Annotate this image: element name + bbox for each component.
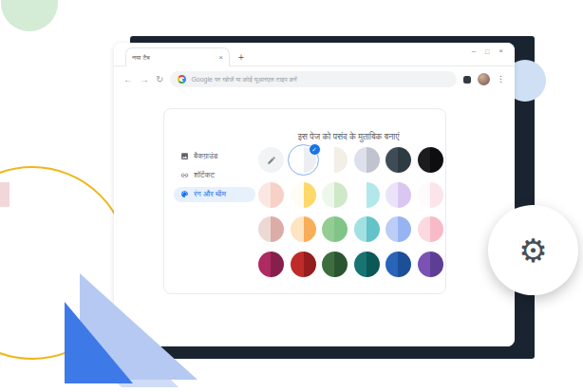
theme-swatch[interactable] xyxy=(418,216,443,242)
theme-swatch[interactable] xyxy=(386,147,411,173)
customize-panel: इस पेज को पसंद के मुताबिक बनाएं बैकग्राउ… xyxy=(163,108,446,294)
theme-swatch[interactable] xyxy=(322,182,348,208)
theme-swatch[interactable] xyxy=(258,252,284,277)
tab-title: नया टैब xyxy=(132,54,215,62)
theme-swatch[interactable] xyxy=(322,216,348,242)
theme-swatch[interactable] xyxy=(291,216,316,242)
new-tab-button[interactable]: + xyxy=(238,53,244,63)
browser-tab[interactable]: नया टैब × xyxy=(125,47,230,66)
sidebar-item-label: बैकग्राउंड xyxy=(194,152,217,161)
sidebar-menu: बैकग्राउंडशॉर्टकटरंग और थीम xyxy=(174,149,255,206)
sidebar-item-label: शॉर्टकट xyxy=(194,171,215,180)
back-icon[interactable]: ← xyxy=(123,75,133,84)
window-controls: – □ × xyxy=(472,47,503,55)
address-bar-placeholder: Google पर खोजें या कोई यूआरएल टाइप करें xyxy=(191,76,297,84)
google-logo-icon xyxy=(178,75,186,84)
theme-swatch[interactable] xyxy=(418,147,443,173)
image-icon xyxy=(180,152,189,162)
sidebar-item-shortcuts[interactable]: शॉर्टकट xyxy=(174,168,255,183)
theme-swatch[interactable] xyxy=(418,182,443,208)
tab-close-icon[interactable]: × xyxy=(218,54,223,62)
decor-triangles xyxy=(57,266,199,392)
theme-swatch[interactable] xyxy=(354,216,380,242)
settings-fab[interactable]: ⚙ xyxy=(488,205,578,295)
address-bar[interactable]: Google पर खोजें या कोई यूआरएल टाइप करें xyxy=(170,71,457,87)
theme-swatch[interactable] xyxy=(322,147,348,173)
forward-icon[interactable]: → xyxy=(140,75,149,84)
theme-swatch[interactable] xyxy=(354,252,380,277)
selected-check-badge: ✓ xyxy=(309,143,321,156)
theme-swatch[interactable] xyxy=(386,252,411,277)
minimize-icon[interactable]: – xyxy=(472,47,476,55)
theme-swatch[interactable] xyxy=(291,182,316,208)
reload-icon[interactable]: ↻ xyxy=(156,75,163,84)
swatch-grid: ✓ xyxy=(258,147,443,277)
extensions-icon[interactable] xyxy=(463,76,471,84)
more-menu-icon[interactable]: ⋮ xyxy=(497,75,505,84)
theme-swatch[interactable] xyxy=(418,252,443,277)
theme-swatch[interactable]: ✓ xyxy=(291,147,316,173)
theme-swatch[interactable] xyxy=(258,216,284,242)
gear-icon: ⚙ xyxy=(518,234,547,267)
custom-color-swatch[interactable] xyxy=(258,147,284,173)
theme-swatch[interactable] xyxy=(258,182,284,208)
palette-icon xyxy=(180,190,189,200)
theme-swatch[interactable] xyxy=(354,182,380,208)
theme-swatch[interactable] xyxy=(386,216,411,242)
tab-strip: नया टैब × + – □ × xyxy=(114,43,515,66)
decor-pink-square xyxy=(0,182,9,207)
close-icon[interactable]: × xyxy=(498,47,503,55)
theme-swatch[interactable] xyxy=(322,252,348,277)
profile-avatar[interactable] xyxy=(478,73,490,85)
pencil-icon xyxy=(258,147,284,173)
theme-swatch[interactable] xyxy=(291,252,316,277)
theme-swatch[interactable] xyxy=(386,182,411,208)
link-icon xyxy=(180,171,189,181)
theme-swatch[interactable] xyxy=(354,147,380,173)
scene: नया टैब × + – □ × ← → ↻ Google पर खोजें … xyxy=(0,0,583,392)
panel-heading: इस पेज को पसंद के मुताबिक बनाएं xyxy=(255,132,442,142)
decor-green-circle xyxy=(1,0,58,31)
maximize-icon[interactable]: □ xyxy=(485,48,489,55)
sidebar-item-color-theme[interactable]: रंग और थीम xyxy=(174,187,255,202)
sidebar-item-background[interactable]: बैकग्राउंड xyxy=(174,149,255,164)
sidebar-item-label: रंग और थीम xyxy=(194,190,226,199)
browser-toolbar: ← → ↻ Google पर खोजें या कोई यूआरएल टाइप… xyxy=(114,66,515,92)
